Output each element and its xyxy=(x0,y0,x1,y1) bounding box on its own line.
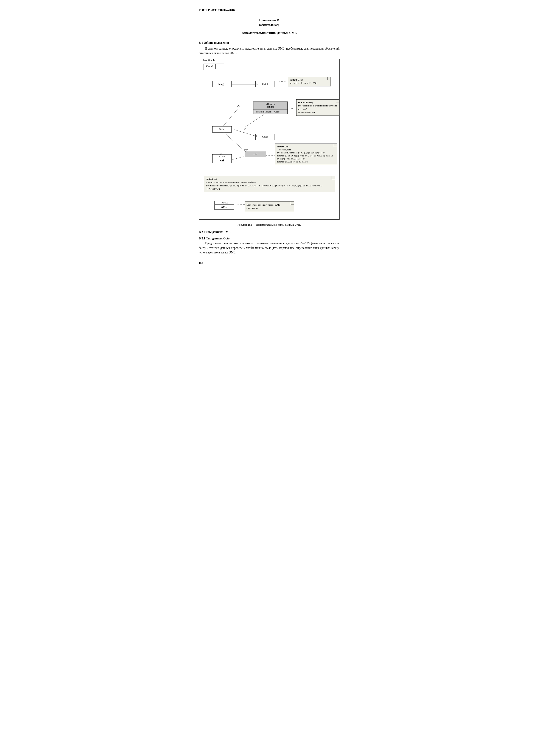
note-uid-text: -- oid, uuid, ruid inv "шаблоны": matche… xyxy=(277,148,335,163)
svg-line-16 xyxy=(234,204,244,205)
note-uri-text: -- учтите, что не все соответствует этом… xyxy=(206,180,333,191)
svg-line-8 xyxy=(234,129,255,136)
string-box: String xyxy=(212,126,232,133)
section-b21-heading: В.2.1 Тип данных Octet xyxy=(199,237,340,240)
appendix-title-line1: Приложение В xyxy=(199,18,340,22)
code-box: Code xyxy=(255,134,275,140)
diagram-inner: Kernel Integer Octet context Octet inv: … xyxy=(202,62,337,217)
binary-stereotype: «Binary» xyxy=(254,103,287,105)
section-b1-text: В данном разделе определены некоторые ти… xyxy=(199,46,340,55)
diagram-container: class Simple Kernel Integer Octet contex… xyxy=(199,59,340,220)
binary-box: «Binary» Binary + content: Sequence(Octe… xyxy=(253,101,288,114)
svg-marker-5 xyxy=(244,127,246,129)
page-number: 168 xyxy=(199,261,340,265)
uri-box: «Uri» Uri xyxy=(212,154,232,163)
octet-box: Octet xyxy=(255,81,275,87)
xml-box: «XML» XML xyxy=(215,201,234,210)
section-title: Вспомогательные типы данных UML xyxy=(199,31,340,35)
svg-line-13 xyxy=(232,156,244,160)
svg-line-4 xyxy=(244,115,264,127)
svg-line-11 xyxy=(223,132,244,151)
appendix-block: Приложение В (обязательное) xyxy=(199,18,340,27)
note-uid-title: context Uid xyxy=(277,145,335,148)
figure-caption: Рисунок В.1 — Вспомогательные типы данны… xyxy=(199,223,340,227)
section-b2-heading: В.2 Типы данных UML xyxy=(199,230,340,234)
header-title: ГОСТ Р ИСО 21090—2016 xyxy=(199,9,340,12)
note-xml: Этот класс замещает любое XML-содержание xyxy=(244,201,294,212)
note-xml-text: Этот класс замещает любое XML-содержание xyxy=(246,203,281,209)
note-binary: context Binary inv "двоичное значение не… xyxy=(296,99,339,116)
note-uri: context Uri -- учтите, что не все соотве… xyxy=(204,176,335,192)
uid-box: Uid xyxy=(244,151,266,157)
section-b1-heading: В.1 Общие положения xyxy=(199,41,340,44)
section-b21-text: Представляет число, которое может приним… xyxy=(199,241,340,255)
note-octet-title: context Octet xyxy=(290,78,329,81)
appendix-title-line2: (обязательное) xyxy=(199,23,340,27)
note-binary-text: inv "двоичное значение не может быть пус… xyxy=(298,104,338,114)
integer-box: Integer xyxy=(212,81,232,87)
note-binary-title: context Binary xyxy=(298,101,338,104)
note-uid: context Uid -- oid, uuid, ruid inv "шабл… xyxy=(275,144,337,165)
binary-content: + content: Sequence(Octet) xyxy=(254,110,280,113)
svg-line-2 xyxy=(275,81,288,82)
note-uri-title: context Uri xyxy=(206,177,333,180)
kernel-box: Kernel xyxy=(204,64,216,69)
svg-line-3 xyxy=(288,108,296,109)
svg-line-6 xyxy=(223,106,240,126)
binary-label: Binary xyxy=(254,105,287,108)
note-octet-text: inv: self >= 0 and self < 256 xyxy=(290,81,329,85)
svg-marker-7 xyxy=(237,105,242,107)
note-octet: context Octet inv: self >= 0 and self < … xyxy=(288,77,331,86)
page-content: ГОСТ Р ИСО 21090—2016 Приложение В (обяз… xyxy=(199,9,340,265)
